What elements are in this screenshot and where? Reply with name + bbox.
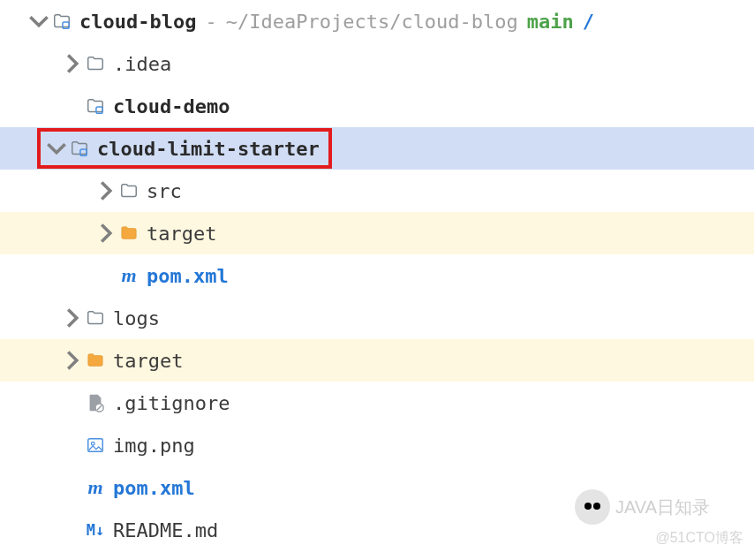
folder-icon (83, 54, 108, 73)
tree-item-label: pom.xml (113, 477, 195, 499)
project-name: cloud-blog (79, 11, 196, 33)
module-folder-icon (67, 139, 92, 158)
tree-item-label: target (113, 350, 183, 372)
tree-item-label: logs (113, 307, 160, 329)
ignore-file-icon (83, 393, 108, 412)
image-file-icon (83, 435, 108, 455)
tree-item-gitignore[interactable]: · .gitignore (0, 382, 754, 424)
maven-icon: m (117, 264, 141, 287)
tree-item-label: cloud-limit-starter (97, 138, 320, 160)
chevron-right-icon[interactable] (62, 307, 83, 329)
module-folder-icon (49, 11, 74, 31)
git-dirty-indicator: / (583, 11, 594, 33)
git-branch: main (527, 11, 574, 33)
highlight-box: cloud-limit-starter (37, 128, 332, 169)
tree-item-cloud-demo[interactable]: · cloud-demo (0, 85, 754, 127)
project-path: ~/IdeaProjects/cloud-blog (226, 11, 518, 33)
chevron-right-icon[interactable] (95, 180, 117, 201)
excluded-folder-icon (83, 351, 108, 370)
watermark-wechat: JAVA日知录 (575, 489, 710, 525)
tree-item-src[interactable]: src (0, 170, 754, 212)
tree-item-label: README.md (113, 519, 218, 541)
excluded-folder-icon (117, 223, 141, 243)
chevron-down-icon[interactable] (28, 11, 49, 32)
tree-item-logs[interactable]: logs (0, 297, 754, 339)
tree-item-label: src (147, 180, 182, 202)
tree-item-target-child[interactable]: target (0, 212, 754, 254)
module-folder-icon (83, 96, 108, 116)
svg-rect-5 (88, 439, 103, 452)
tree-root-row[interactable]: cloud-blog - ~/IdeaProjects/cloud-blog m… (0, 0, 754, 42)
chevron-right-icon[interactable] (95, 223, 117, 244)
svg-point-6 (91, 442, 94, 445)
tree-item-label: target (147, 223, 216, 245)
chevron-down-icon[interactable] (46, 138, 67, 159)
tree-item-label: pom.xml (147, 265, 229, 287)
tree-item-label: .idea (113, 53, 171, 75)
tree-item-pom-child[interactable]: · m pom.xml (0, 254, 754, 297)
chevron-right-icon[interactable] (62, 350, 83, 371)
watermark-text: JAVA日知录 (615, 496, 710, 519)
markdown-icon: M↓ (83, 521, 108, 539)
tree-item-label: img.png (113, 435, 195, 457)
chevron-right-icon[interactable] (62, 53, 83, 74)
tree-item-label: .gitignore (113, 392, 230, 414)
tree-item-idea[interactable]: .idea (0, 42, 754, 85)
folder-icon (83, 308, 108, 328)
svg-rect-1 (96, 107, 102, 113)
maven-icon: m (83, 476, 108, 499)
tree-item-cloud-limit-starter[interactable]: cloud-limit-starter (0, 127, 754, 170)
tree-item-target[interactable]: target (0, 339, 754, 382)
separator: - (205, 11, 216, 33)
folder-icon (117, 181, 141, 201)
watermark-51cto: @51CTO博客 (655, 529, 743, 548)
tree-item-label: cloud-demo (113, 95, 230, 117)
tree-item-img[interactable]: · img.png (0, 424, 754, 466)
wechat-icon (575, 489, 610, 525)
